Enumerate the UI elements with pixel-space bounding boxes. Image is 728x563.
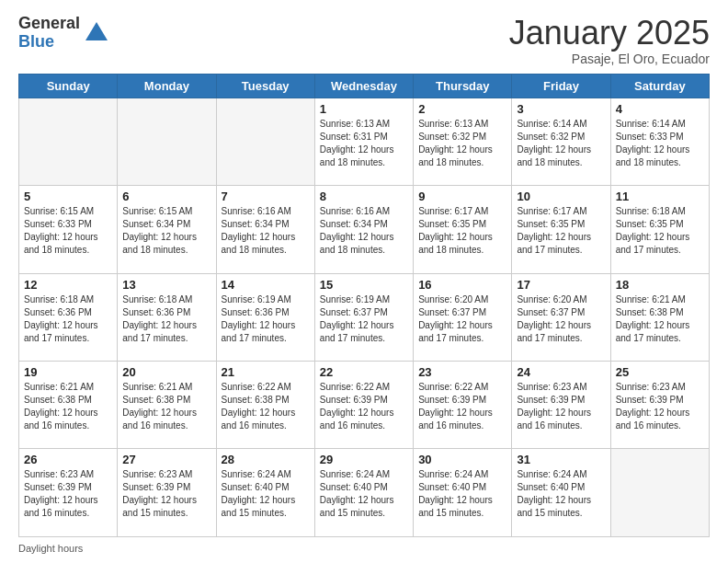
day-info: Sunrise: 6:23 AMSunset: 6:39 PMDaylight:… xyxy=(122,468,210,520)
calendar-day: 22Sunrise: 6:22 AMSunset: 6:39 PMDayligh… xyxy=(314,362,413,449)
day-info: Sunrise: 6:23 AMSunset: 6:39 PMDaylight:… xyxy=(24,468,112,520)
day-info: Sunrise: 6:22 AMSunset: 6:39 PMDaylight:… xyxy=(320,381,408,432)
calendar-day: 4Sunrise: 6:14 AMSunset: 6:33 PMDaylight… xyxy=(610,98,709,185)
day-info: Sunrise: 6:23 AMSunset: 6:39 PMDaylight:… xyxy=(616,381,704,432)
calendar-day: 17Sunrise: 6:20 AMSunset: 6:37 PMDayligh… xyxy=(512,273,610,361)
day-info: Sunrise: 6:14 AMSunset: 6:33 PMDaylight:… xyxy=(616,118,704,169)
day-number: 31 xyxy=(517,453,605,466)
day-info: Sunrise: 6:21 AMSunset: 6:38 PMDaylight:… xyxy=(616,293,704,345)
calendar-day: 19Sunrise: 6:21 AMSunset: 6:38 PMDayligh… xyxy=(19,362,118,449)
day-info: Sunrise: 6:19 AMSunset: 6:36 PMDaylight:… xyxy=(222,293,310,345)
calendar-day: 6Sunrise: 6:15 AMSunset: 6:34 PMDaylight… xyxy=(118,186,216,273)
day-number: 26 xyxy=(24,453,112,466)
calendar-day xyxy=(19,98,118,185)
calendar-day: 5Sunrise: 6:15 AMSunset: 6:33 PMDaylight… xyxy=(19,186,118,273)
logo-general: General xyxy=(18,15,80,33)
day-info: Sunrise: 6:24 AMSunset: 6:40 PMDaylight:… xyxy=(517,468,605,520)
day-number: 18 xyxy=(616,278,704,292)
day-number: 20 xyxy=(122,365,210,379)
calendar-day: 21Sunrise: 6:22 AMSunset: 6:38 PMDayligh… xyxy=(216,362,314,449)
calendar-day: 27Sunrise: 6:23 AMSunset: 6:39 PMDayligh… xyxy=(118,449,216,537)
calendar-day: 8Sunrise: 6:16 AMSunset: 6:34 PMDaylight… xyxy=(314,186,413,273)
day-number: 14 xyxy=(222,278,310,292)
day-number: 11 xyxy=(616,190,704,203)
calendar-header-wednesday: Wednesday xyxy=(314,74,413,98)
calendar-day: 13Sunrise: 6:18 AMSunset: 6:36 PMDayligh… xyxy=(118,273,216,361)
day-number: 6 xyxy=(122,190,210,203)
day-info: Sunrise: 6:24 AMSunset: 6:40 PMDaylight:… xyxy=(418,468,506,520)
day-number: 16 xyxy=(418,278,506,292)
daylight-hours-label: Daylight hours xyxy=(18,543,83,554)
month-title: January 2025 xyxy=(509,15,710,52)
calendar-day: 26Sunrise: 6:23 AMSunset: 6:39 PMDayligh… xyxy=(19,449,118,537)
day-number: 29 xyxy=(320,453,408,466)
svg-marker-0 xyxy=(85,22,108,40)
logo-icon xyxy=(84,20,109,46)
calendar-header-sunday: Sunday xyxy=(19,74,118,98)
calendar-day: 11Sunrise: 6:18 AMSunset: 6:35 PMDayligh… xyxy=(610,186,709,273)
day-info: Sunrise: 6:16 AMSunset: 6:34 PMDaylight:… xyxy=(320,205,408,257)
page: General Blue January 2025 Pasaje, El Oro… xyxy=(0,0,728,563)
day-number: 7 xyxy=(222,190,310,203)
day-number: 17 xyxy=(517,278,605,292)
calendar-table: SundayMondayTuesdayWednesdayThursdayFrid… xyxy=(18,74,710,537)
day-number: 1 xyxy=(320,102,408,116)
day-number: 2 xyxy=(418,102,506,116)
day-number: 27 xyxy=(122,453,210,466)
calendar-day: 20Sunrise: 6:21 AMSunset: 6:38 PMDayligh… xyxy=(118,362,216,449)
calendar-header-monday: Monday xyxy=(118,74,216,98)
logo-text: General Blue xyxy=(18,15,80,52)
day-info: Sunrise: 6:24 AMSunset: 6:40 PMDaylight:… xyxy=(320,468,408,520)
logo-blue: Blue xyxy=(18,33,80,52)
day-number: 13 xyxy=(122,278,210,292)
day-info: Sunrise: 6:18 AMSunset: 6:36 PMDaylight:… xyxy=(122,293,210,345)
day-number: 23 xyxy=(418,365,506,379)
calendar-week-1: 5Sunrise: 6:15 AMSunset: 6:33 PMDaylight… xyxy=(19,186,710,273)
calendar-day: 12Sunrise: 6:18 AMSunset: 6:36 PMDayligh… xyxy=(19,273,118,361)
calendar-day: 25Sunrise: 6:23 AMSunset: 6:39 PMDayligh… xyxy=(610,362,709,449)
calendar-header-tuesday: Tuesday xyxy=(216,74,314,98)
calendar-day: 29Sunrise: 6:24 AMSunset: 6:40 PMDayligh… xyxy=(314,449,413,537)
day-number: 5 xyxy=(24,190,112,203)
day-info: Sunrise: 6:20 AMSunset: 6:37 PMDaylight:… xyxy=(418,293,506,345)
header: General Blue January 2025 Pasaje, El Oro… xyxy=(18,15,710,66)
calendar-day: 18Sunrise: 6:21 AMSunset: 6:38 PMDayligh… xyxy=(610,273,709,361)
location-subtitle: Pasaje, El Oro, Ecuador xyxy=(509,52,710,66)
day-info: Sunrise: 6:14 AMSunset: 6:32 PMDaylight:… xyxy=(517,118,605,169)
calendar-day: 16Sunrise: 6:20 AMSunset: 6:37 PMDayligh… xyxy=(414,273,512,361)
day-info: Sunrise: 6:22 AMSunset: 6:38 PMDaylight:… xyxy=(222,381,310,432)
day-info: Sunrise: 6:20 AMSunset: 6:37 PMDaylight:… xyxy=(517,293,605,345)
calendar-day: 30Sunrise: 6:24 AMSunset: 6:40 PMDayligh… xyxy=(414,449,512,537)
day-info: Sunrise: 6:21 AMSunset: 6:38 PMDaylight:… xyxy=(122,381,210,432)
calendar-day: 24Sunrise: 6:23 AMSunset: 6:39 PMDayligh… xyxy=(512,362,610,449)
day-info: Sunrise: 6:21 AMSunset: 6:38 PMDaylight:… xyxy=(24,381,112,432)
calendar-day: 31Sunrise: 6:24 AMSunset: 6:40 PMDayligh… xyxy=(512,449,610,537)
title-section: January 2025 Pasaje, El Oro, Ecuador xyxy=(509,15,710,66)
calendar-week-0: 1Sunrise: 6:13 AMSunset: 6:31 PMDaylight… xyxy=(19,98,710,185)
day-number: 30 xyxy=(418,453,506,466)
day-number: 15 xyxy=(320,278,408,292)
calendar-header-row: SundayMondayTuesdayWednesdayThursdayFrid… xyxy=(19,74,710,98)
day-info: Sunrise: 6:13 AMSunset: 6:31 PMDaylight:… xyxy=(320,118,408,169)
calendar-day: 23Sunrise: 6:22 AMSunset: 6:39 PMDayligh… xyxy=(414,362,512,449)
day-number: 25 xyxy=(616,365,704,379)
day-info: Sunrise: 6:23 AMSunset: 6:39 PMDaylight:… xyxy=(517,381,605,432)
day-number: 28 xyxy=(222,453,310,466)
day-info: Sunrise: 6:17 AMSunset: 6:35 PMDaylight:… xyxy=(418,205,506,257)
calendar-day xyxy=(610,449,709,537)
day-info: Sunrise: 6:18 AMSunset: 6:36 PMDaylight:… xyxy=(24,293,112,345)
logo: General Blue xyxy=(18,15,109,52)
calendar-week-2: 12Sunrise: 6:18 AMSunset: 6:36 PMDayligh… xyxy=(19,273,710,361)
calendar-day: 2Sunrise: 6:13 AMSunset: 6:32 PMDaylight… xyxy=(414,98,512,185)
day-info: Sunrise: 6:22 AMSunset: 6:39 PMDaylight:… xyxy=(418,381,506,432)
footer: Daylight hours xyxy=(18,543,710,554)
day-number: 3 xyxy=(517,102,605,116)
day-info: Sunrise: 6:13 AMSunset: 6:32 PMDaylight:… xyxy=(418,118,506,169)
calendar-day: 3Sunrise: 6:14 AMSunset: 6:32 PMDaylight… xyxy=(512,98,610,185)
calendar-header-saturday: Saturday xyxy=(610,74,709,98)
calendar-week-4: 26Sunrise: 6:23 AMSunset: 6:39 PMDayligh… xyxy=(19,449,710,537)
day-number: 9 xyxy=(418,190,506,203)
day-number: 19 xyxy=(24,365,112,379)
calendar-day: 1Sunrise: 6:13 AMSunset: 6:31 PMDaylight… xyxy=(314,98,413,185)
calendar-day: 9Sunrise: 6:17 AMSunset: 6:35 PMDaylight… xyxy=(414,186,512,273)
